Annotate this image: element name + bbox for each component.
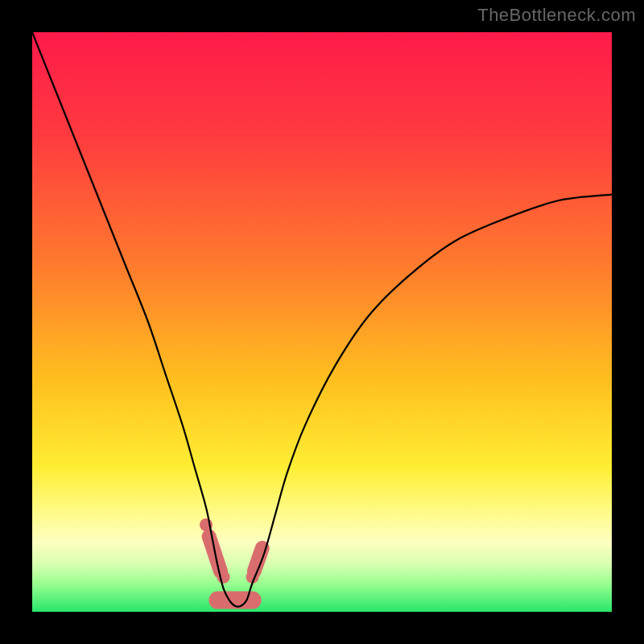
plot-area — [32, 32, 612, 612]
gradient-background — [32, 32, 612, 612]
chart-svg — [32, 32, 612, 612]
watermark-text: TheBottleneck.com — [477, 5, 636, 26]
chart-frame: TheBottleneck.com — [0, 0, 644, 644]
